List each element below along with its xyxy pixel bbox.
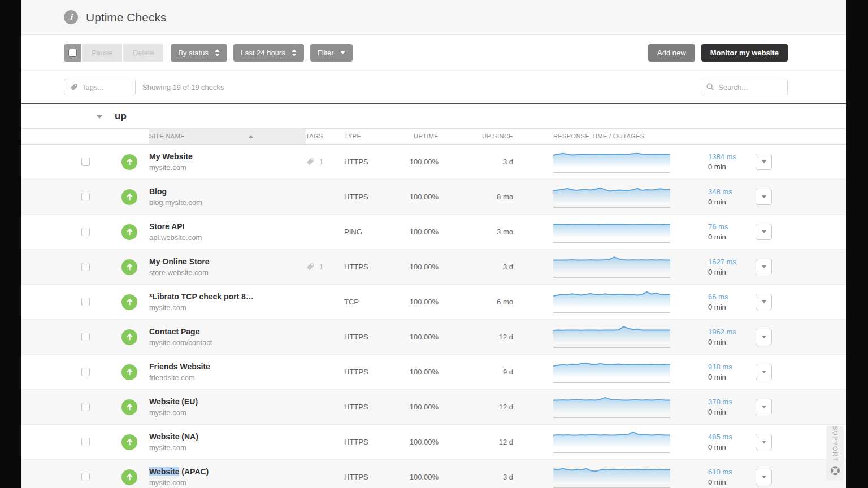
status-up-icon (121, 189, 137, 205)
site-name-link[interactable]: *Librato TCP check port 8… (149, 292, 306, 301)
row-menu-cell (756, 294, 772, 310)
up-since-value: 8 mo (439, 193, 513, 201)
response-time-link[interactable]: 1384 ms (708, 152, 756, 161)
response-time-link[interactable]: 378 ms (708, 398, 756, 406)
row-actions-dropdown[interactable] (756, 434, 772, 450)
response-sparkline[interactable] (513, 358, 670, 387)
support-label: SUPPORT (832, 426, 839, 461)
row-checkbox[interactable] (81, 438, 90, 446)
tag-count: 1 (319, 158, 323, 166)
row-actions-dropdown[interactable] (756, 154, 772, 170)
row-name-cell: Website (NA) mysite.com (149, 432, 306, 452)
tags-filter-input-box[interactable] (64, 79, 136, 95)
status-up-icon (121, 294, 137, 310)
column-header-up-since[interactable]: UP SINCE (439, 129, 513, 144)
response-sparkline[interactable] (513, 252, 670, 282)
site-name-link[interactable]: Store API (149, 222, 306, 231)
row-actions-dropdown[interactable] (756, 364, 772, 380)
row-checkbox[interactable] (81, 158, 90, 166)
select-all-checkbox[interactable] (64, 44, 81, 62)
row-checkbox[interactable] (81, 298, 90, 306)
response-sparkline[interactable] (513, 393, 670, 422)
row-actions-dropdown[interactable] (756, 189, 772, 205)
status-up-icon (121, 259, 137, 275)
row-actions-dropdown[interactable] (756, 294, 772, 310)
response-time-link[interactable]: 918 ms (708, 363, 756, 371)
collapse-group-icon[interactable] (96, 115, 103, 119)
row-response-cell: 1627 ms 0 min (670, 258, 756, 276)
row-status-cell (121, 329, 149, 345)
site-name-link[interactable]: Blog (149, 187, 306, 196)
site-name-link[interactable]: My Online Store (149, 257, 306, 266)
response-time-link[interactable]: 485 ms (708, 433, 756, 441)
response-sparkline[interactable] (513, 428, 670, 457)
row-actions-dropdown[interactable] (756, 399, 772, 415)
response-time-link[interactable]: 1627 ms (708, 258, 756, 266)
response-sparkline[interactable] (513, 182, 670, 212)
filter-dropdown[interactable]: Filter (310, 44, 353, 62)
table-row: Website (EU) mysite.com HTTPS 100.00% 12… (21, 390, 846, 425)
uptime-value: 100.00% (401, 158, 439, 166)
row-status-cell (121, 469, 149, 485)
row-actions-dropdown[interactable] (756, 224, 772, 240)
site-name-link[interactable]: Friends Website (149, 362, 306, 371)
up-since-value: 6 mo (439, 298, 513, 306)
row-menu-cell (756, 329, 772, 345)
uptime-value: 100.00% (401, 193, 439, 201)
row-actions-dropdown[interactable] (756, 329, 772, 345)
row-checkbox[interactable] (81, 263, 90, 271)
sparkline-chart (553, 287, 670, 317)
site-name-link[interactable]: Contact Page (149, 327, 306, 336)
status-up-icon (121, 224, 137, 240)
site-name-link[interactable]: Website (NA) (149, 432, 306, 441)
row-checkbox[interactable] (81, 333, 90, 341)
row-select-cell (21, 368, 121, 376)
column-header-tags[interactable]: TAGS (306, 129, 344, 144)
search-input[interactable] (718, 83, 780, 91)
site-name-link[interactable]: Website (EU) (149, 397, 306, 406)
support-tab[interactable]: SUPPORT (826, 426, 844, 481)
response-time-link[interactable]: 1962 ms (708, 328, 756, 336)
search-input-box[interactable] (701, 79, 788, 95)
time-range-dropdown[interactable]: Last 24 hours (233, 44, 304, 62)
sparkline-chart (553, 147, 670, 177)
response-time-link[interactable]: 348 ms (708, 188, 756, 196)
monitor-my-website-button[interactable]: Monitor my website (701, 44, 788, 62)
row-checkbox[interactable] (81, 403, 90, 411)
response-time-link[interactable]: 66 ms (708, 293, 756, 301)
response-sparkline[interactable] (513, 463, 670, 488)
response-sparkline[interactable] (513, 323, 670, 352)
response-time-link[interactable]: 610 ms (708, 468, 756, 476)
info-icon[interactable]: i (64, 10, 78, 24)
row-checkbox[interactable] (81, 228, 90, 236)
response-time-link[interactable]: 76 ms (708, 223, 756, 231)
row-actions-dropdown[interactable] (756, 259, 772, 275)
row-name-cell: Website (APAC) mysite.com (149, 467, 306, 487)
row-actions-dropdown[interactable] (756, 469, 772, 485)
outage-duration: 0 min (708, 233, 756, 241)
site-host: mysite.com (149, 163, 306, 172)
site-name-link[interactable]: Website (APAC) (149, 467, 306, 476)
row-status-cell (121, 364, 149, 380)
column-header-uptime[interactable]: UPTIME (401, 129, 439, 144)
up-since-value: 9 d (439, 368, 513, 376)
outage-duration: 0 min (708, 373, 756, 381)
table-header-row: SITE NAME TAGS TYPE UPTIME UP SINCE RESP… (21, 129, 846, 145)
row-checkbox[interactable] (81, 473, 90, 481)
column-header-type[interactable]: TYPE (344, 129, 401, 144)
site-name-link[interactable]: My Website (149, 152, 306, 161)
pause-button[interactable]: Pause (82, 44, 122, 62)
sort-by-status-dropdown[interactable]: By status (171, 44, 227, 62)
delete-button[interactable]: Delete (123, 44, 164, 62)
column-header-site-name[interactable]: SITE NAME (149, 129, 306, 144)
tags-filter-input[interactable] (82, 83, 127, 91)
row-checkbox[interactable] (81, 193, 90, 201)
chevron-down-icon (762, 195, 766, 198)
add-new-button[interactable]: Add new (648, 44, 695, 62)
response-sparkline[interactable] (513, 147, 670, 177)
chevron-down-icon (762, 371, 766, 373)
response-sparkline[interactable] (513, 217, 670, 247)
response-sparkline[interactable] (513, 287, 670, 317)
row-checkbox[interactable] (81, 368, 90, 376)
tag-count: 1 (319, 263, 323, 271)
